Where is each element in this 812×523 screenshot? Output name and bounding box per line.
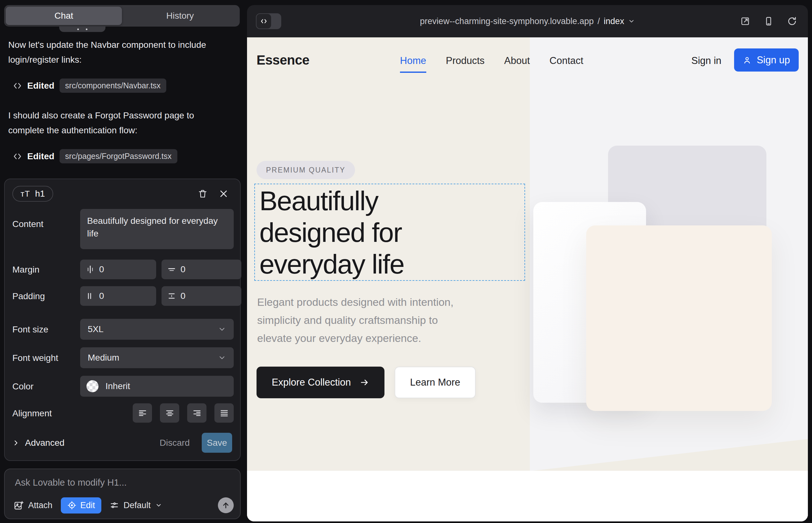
padding-y-input[interactable] (161, 286, 241, 306)
preview-browser: preview--charming-site-symphony.lovable.… (247, 5, 808, 521)
learn-more-button[interactable]: Learn More (394, 366, 476, 398)
nav-link-about[interactable]: About (504, 55, 530, 73)
margin-y-input[interactable] (161, 259, 241, 279)
tab-chat[interactable]: Chat (6, 7, 122, 25)
assistant-message: I should also create a Forgot Password p… (8, 108, 230, 138)
align-right-button[interactable] (187, 403, 207, 422)
site-viewport: Essence Home Products About Contact Sign… (247, 37, 808, 521)
typography-icon: тT (21, 189, 30, 199)
content-input[interactable]: Beautifully designed for everyday life (80, 209, 234, 249)
save-button[interactable]: Save (202, 433, 232, 453)
align-center-button[interactable] (160, 403, 179, 422)
font-weight-select[interactable]: Medium (80, 347, 234, 368)
color-label: Color (12, 381, 34, 392)
chevron-down-icon (218, 325, 226, 333)
margin-y-value[interactable] (180, 264, 209, 274)
edited-label: Edited (27, 81, 54, 91)
chat-composer: Attach Edit Default (4, 469, 241, 519)
font-size-select[interactable]: 5XL (80, 319, 234, 340)
file-chip[interactable]: src/pages/ForgotPassword.tsx (59, 149, 177, 163)
chat-history-tabs: Chat History (4, 5, 240, 26)
transparency-swatch-icon (86, 380, 99, 392)
chat-sidebar: Chat History Now let's update the Navbar… (0, 0, 247, 523)
selected-element-tag: тT h1 (12, 186, 53, 202)
color-select[interactable]: Inherit (80, 376, 234, 397)
user-icon (743, 56, 752, 65)
code-icon (257, 14, 271, 29)
chat-messages: Now let's update the Navbar component to… (8, 37, 237, 179)
margin-x-input[interactable] (80, 259, 156, 279)
explore-collection-label: Explore Collection (272, 377, 351, 388)
chevron-right-icon (12, 439, 19, 446)
nav-link-home[interactable]: Home (400, 55, 426, 73)
align-justify-button[interactable] (214, 403, 234, 422)
padding-vertical-icon (167, 292, 176, 301)
description-line: Elegant products designed with intention… (257, 293, 454, 311)
site-navbar: Essence Home Products About Contact Sign… (247, 37, 808, 83)
mobile-view-button[interactable] (763, 16, 774, 26)
margin-x-value[interactable] (99, 264, 128, 274)
sign-up-label: Sign up (757, 54, 790, 66)
align-left-button[interactable] (133, 403, 152, 422)
advanced-label: Advanced (25, 438, 65, 448)
margin-vertical-icon (167, 265, 176, 274)
element-editor-panel: тT h1 Content Beautifully designed for e… (4, 179, 241, 461)
edit-mode-button[interactable]: Edit (61, 497, 102, 513)
site-logo[interactable]: Essence (257, 53, 310, 68)
model-default-select[interactable]: Default (110, 501, 162, 510)
padding-horizontal-icon (86, 292, 95, 301)
h1-selection-outline[interactable]: Beautifully designed for everyday life (254, 184, 525, 281)
content-label: Content (12, 219, 43, 229)
alignment-buttons (133, 403, 234, 422)
next-section-strip (247, 471, 808, 521)
url-bar[interactable]: preview--charming-site-symphony.lovable.… (420, 16, 635, 26)
discard-button[interactable]: Discard (160, 438, 190, 448)
refresh-button[interactable] (787, 16, 797, 26)
delete-element-button[interactable] (196, 187, 210, 201)
description-line: simplicity and quality craftsmanship to (257, 311, 454, 329)
open-external-button[interactable] (740, 16, 750, 26)
edited-file-row: Edited src/components/Navbar.tsx (13, 78, 237, 93)
sliders-icon (110, 501, 119, 510)
nav-link-contact[interactable]: Contact (549, 55, 583, 73)
close-panel-button[interactable] (217, 187, 231, 201)
margin-label: Margin (12, 265, 40, 275)
element-tag-label: h1 (35, 189, 45, 199)
hero-heading[interactable]: Beautifully designed for everyday life (259, 185, 404, 280)
chat-input[interactable] (15, 477, 224, 488)
assistant-message: Now let's update the Navbar component to… (8, 37, 230, 67)
premium-quality-badge: PREMIUM QUALITY (257, 161, 355, 179)
sign-up-button[interactable]: Sign up (734, 49, 799, 72)
edit-label: Edit (81, 501, 95, 510)
attach-button[interactable]: Attach (14, 500, 53, 510)
font-weight-value: Medium (88, 353, 119, 363)
edited-file-row: Edited src/pages/ForgotPassword.tsx (13, 149, 237, 163)
code-icon (13, 81, 22, 91)
url-path: index (604, 16, 624, 26)
padding-x-value[interactable] (99, 291, 128, 301)
font-weight-label: Font weight (12, 353, 58, 363)
scrolled-chip-fragment (59, 26, 105, 32)
tab-history[interactable]: History (122, 7, 238, 25)
margin-horizontal-icon (86, 265, 95, 274)
browser-chrome: preview--charming-site-symphony.lovable.… (247, 5, 808, 37)
url-host: preview--charming-site-symphony.lovable.… (420, 16, 594, 26)
padding-label: Padding (12, 291, 45, 301)
advanced-toggle[interactable]: Advanced (12, 438, 65, 448)
send-button[interactable] (218, 497, 234, 513)
heading-line: everyday life (259, 248, 404, 280)
arrow-right-icon (360, 378, 369, 387)
description-line: elevate your everyday experience. (257, 329, 454, 347)
file-chip[interactable]: src/components/Navbar.tsx (59, 78, 166, 93)
dot (77, 29, 79, 30)
target-icon (67, 501, 77, 510)
code-view-toggle[interactable] (256, 13, 281, 29)
nav-link-products[interactable]: Products (446, 55, 484, 73)
explore-collection-button[interactable]: Explore Collection (257, 366, 385, 398)
sign-in-link[interactable]: Sign in (691, 55, 721, 67)
url-separator: / (598, 16, 600, 26)
padding-x-input[interactable] (80, 286, 156, 306)
heading-line: designed for (259, 217, 404, 248)
padding-y-value[interactable] (180, 291, 209, 301)
font-size-value: 5XL (88, 324, 104, 334)
